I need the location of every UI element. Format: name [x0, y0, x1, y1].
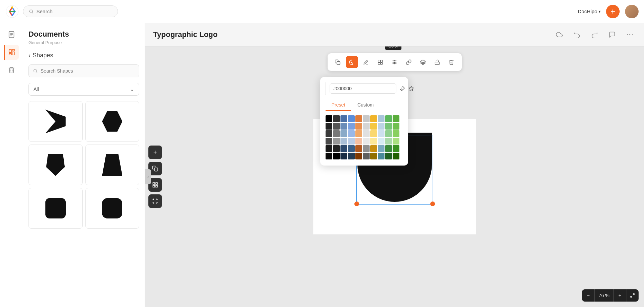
eyedrop-btn[interactable] — [400, 83, 405, 94]
palette-cell[interactable] — [348, 138, 355, 145]
filter-dropdown[interactable]: All ⌄ — [28, 83, 139, 96]
palette-cell[interactable] — [333, 123, 340, 130]
palette-cell[interactable] — [326, 153, 332, 159]
avatar[interactable] — [625, 5, 639, 18]
shape-card-rounded-square-1[interactable] — [28, 188, 83, 229]
pattern-toolbar-btn[interactable] — [389, 56, 401, 68]
palette-cell[interactable] — [333, 153, 340, 159]
palette-cell[interactable] — [393, 115, 399, 122]
palette-cell[interactable] — [363, 138, 370, 145]
palette-cell[interactable] — [363, 153, 370, 159]
palette-cell[interactable] — [355, 115, 362, 122]
palette-cell[interactable] — [340, 123, 347, 130]
search-input[interactable] — [37, 8, 112, 14]
palette-cell[interactable] — [385, 153, 392, 159]
palette-cell[interactable] — [393, 138, 399, 145]
palette-cell[interactable] — [326, 145, 332, 152]
palette-cell[interactable] — [326, 130, 332, 137]
zoom-add-btn[interactable]: + — [148, 146, 162, 159]
zoom-in-btn[interactable]: + — [614, 289, 626, 302]
palette-cell[interactable] — [348, 123, 355, 130]
palette-cell[interactable] — [370, 153, 377, 159]
palette-cell[interactable] — [370, 145, 377, 152]
palette-cell[interactable] — [363, 123, 370, 130]
palette-cell[interactable] — [385, 123, 392, 130]
shape-card-hexagon[interactable] — [85, 101, 140, 142]
palette-cell[interactable] — [363, 145, 370, 152]
palette-cell[interactable] — [333, 115, 340, 122]
palette-cell[interactable] — [378, 145, 385, 152]
palette-cell[interactable] — [355, 130, 362, 137]
add-button[interactable]: + — [606, 5, 620, 18]
palette-cell[interactable] — [355, 138, 362, 145]
palette-cell[interactable] — [348, 145, 355, 152]
comment-btn[interactable] — [606, 28, 618, 41]
palette-cell[interactable] — [370, 138, 377, 145]
palette-cell[interactable] — [348, 115, 355, 122]
undo-btn[interactable] — [571, 28, 583, 41]
search-shapes-box[interactable] — [28, 64, 139, 77]
palette-cell[interactable] — [326, 123, 332, 130]
collapse-panel-btn[interactable]: ‹ — [145, 169, 151, 184]
palette-cell[interactable] — [363, 130, 370, 137]
palette-cell[interactable] — [378, 130, 385, 137]
palette-cell[interactable] — [333, 130, 340, 137]
palette-cell[interactable] — [370, 115, 377, 122]
palette-cell[interactable] — [340, 138, 347, 145]
palette-cell[interactable] — [378, 153, 385, 159]
copy-toolbar-btn[interactable] — [332, 56, 344, 68]
palette-cell[interactable] — [348, 130, 355, 137]
palette-cell[interactable] — [340, 153, 347, 159]
palette-cell[interactable] — [333, 138, 340, 145]
palette-cell[interactable] — [393, 123, 399, 130]
redo-btn[interactable] — [588, 28, 601, 41]
color-hex-input[interactable] — [330, 83, 396, 94]
lock-toolbar-btn[interactable] — [431, 56, 443, 68]
palette-cell[interactable] — [370, 123, 377, 130]
palette-cell[interactable] — [393, 145, 399, 152]
save-to-cloud-btn[interactable] — [553, 28, 565, 41]
palette-cell[interactable] — [340, 115, 347, 122]
resize-handle-bl[interactable] — [354, 202, 359, 206]
palette-cell[interactable] — [385, 145, 392, 152]
palette-cell[interactable] — [326, 115, 332, 122]
palette-cell[interactable] — [326, 138, 332, 145]
sidebar-item-document[interactable] — [4, 27, 19, 42]
palette-cell[interactable] — [370, 130, 377, 137]
preset-tab[interactable]: Preset — [326, 99, 351, 111]
palette-cell[interactable] — [393, 130, 399, 137]
link-toolbar-btn[interactable] — [403, 56, 415, 68]
fullscreen-btn[interactable] — [626, 289, 639, 302]
sidebar-item-templates[interactable] — [4, 45, 19, 60]
navbar-search-box[interactable] — [23, 5, 118, 17]
palette-cell[interactable] — [385, 115, 392, 122]
layers-toolbar-btn[interactable] — [417, 56, 429, 68]
back-link[interactable]: ‹ Shapes — [28, 52, 139, 59]
search-shapes-input[interactable] — [41, 68, 135, 74]
palette-cell[interactable] — [355, 145, 362, 152]
sidebar-item-trash[interactable] — [4, 62, 19, 77]
dochipo-label[interactable]: DocHipo ▾ — [578, 8, 601, 14]
shape-card-shield[interactable] — [28, 145, 83, 185]
zoom-crop-btn[interactable] — [148, 194, 162, 208]
resize-handle-br[interactable] — [430, 202, 435, 206]
palette-cell[interactable] — [378, 123, 385, 130]
more-options-btn[interactable]: ⋯ — [624, 28, 636, 41]
style-toolbar-btn[interactable] — [374, 56, 387, 68]
shape-card-bowtie[interactable] — [28, 101, 83, 142]
palette-cell[interactable] — [355, 153, 362, 159]
color-pick-btn[interactable] — [409, 83, 414, 94]
custom-tab[interactable]: Custom — [351, 99, 380, 111]
palette-cell[interactable] — [340, 145, 347, 152]
palette-cell[interactable] — [393, 153, 399, 159]
delete-toolbar-btn[interactable] — [445, 56, 458, 68]
shape-card-rounded-square-2[interactable] — [85, 188, 140, 229]
palette-cell[interactable] — [385, 130, 392, 137]
palette-cell[interactable] — [340, 130, 347, 137]
palette-cell[interactable] — [385, 138, 392, 145]
color-toolbar-btn[interactable] — [346, 56, 358, 68]
palette-cell[interactable] — [348, 153, 355, 159]
logo[interactable] — [5, 5, 19, 18]
shape-card-trapezoid[interactable] — [85, 145, 140, 185]
palette-cell[interactable] — [363, 115, 370, 122]
